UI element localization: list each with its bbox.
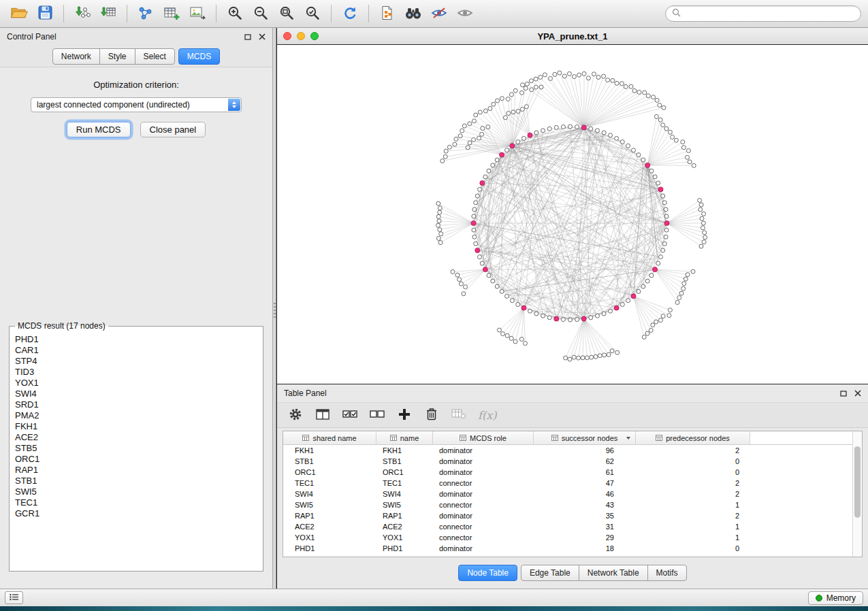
network-leaf-node[interactable] (492, 102, 496, 106)
table-cell[interactable]: dominator (433, 446, 534, 455)
import-network-button[interactable] (70, 3, 95, 24)
network-node[interactable] (662, 242, 666, 246)
table-cell[interactable]: PHD1 (283, 544, 376, 552)
network-node[interactable] (575, 125, 579, 129)
network-leaf-node[interactable] (451, 269, 455, 274)
hide-selected-button[interactable] (427, 3, 451, 24)
network-node[interactable] (664, 228, 669, 232)
network-leaf-node[interactable] (455, 273, 460, 277)
network-leaf-node[interactable] (667, 314, 671, 318)
network-node[interactable] (491, 163, 495, 167)
network-leaf-node[interactable] (654, 320, 658, 324)
network-leaf-node[interactable] (568, 357, 572, 361)
mcds-result-item[interactable]: CAR1 (15, 345, 257, 356)
network-leaf-node[interactable] (671, 135, 675, 139)
network-leaf-node[interactable] (645, 331, 649, 335)
network-leaf-node[interactable] (496, 99, 500, 103)
network-leaf-node[interactable] (692, 163, 696, 167)
network-node[interactable] (575, 318, 579, 322)
network-leaf-node[interactable] (615, 81, 619, 85)
network-node[interactable] (483, 175, 487, 179)
network-leaf-node[interactable] (534, 77, 538, 81)
network-leaf-node[interactable] (525, 82, 529, 86)
network-leaf-node[interactable] (558, 71, 562, 75)
mcds-result-item[interactable]: STB5 (15, 443, 257, 454)
show-all-button[interactable] (453, 3, 477, 24)
first-neighbors-button[interactable] (401, 3, 425, 24)
network-node[interactable] (541, 314, 545, 318)
network-node[interactable] (478, 187, 482, 191)
mcds-result-item[interactable]: SRD1 (15, 399, 257, 410)
float-panel-icon[interactable] (244, 34, 251, 40)
memory-button[interactable]: Memory (808, 591, 863, 605)
network-leaf-node[interactable] (607, 352, 611, 357)
network-node[interactable] (637, 153, 641, 157)
network-node[interactable] (547, 316, 551, 320)
network-leaf-node[interactable] (483, 109, 487, 113)
network-node[interactable] (516, 303, 520, 307)
table-cell[interactable]: ORC1 (376, 468, 433, 476)
network-leaf-node[interactable] (553, 72, 557, 76)
network-leaf-node[interactable] (436, 223, 440, 227)
network-node[interactable] (491, 279, 495, 283)
network-leaf-node[interactable] (572, 355, 576, 359)
network-node[interactable] (495, 158, 499, 162)
table-cell[interactable]: STB1 (376, 457, 433, 465)
network-leaf-node[interactable] (474, 113, 478, 117)
network-leaf-node[interactable] (468, 122, 472, 126)
select-all-button[interactable] (342, 406, 358, 424)
table-cell[interactable]: dominator (433, 490, 534, 498)
network-leaf-node[interactable] (590, 355, 594, 359)
network-leaf-node[interactable] (462, 292, 466, 296)
sort-descending-icon[interactable] (626, 437, 630, 440)
mcds-result-item[interactable]: PMA2 (15, 410, 257, 421)
network-node[interactable] (602, 312, 606, 316)
network-leaf-node[interactable] (586, 76, 590, 80)
network-node[interactable] (626, 144, 630, 148)
network-leaf-node[interactable] (594, 354, 598, 359)
network-leaf-node[interactable] (606, 78, 610, 82)
network-leaf-node[interactable] (513, 340, 517, 344)
network-leaf-node[interactable] (436, 201, 440, 205)
column-header-predecessor-nodes[interactable]: predecessor nodes (636, 431, 750, 444)
zoom-out-button[interactable] (248, 3, 273, 24)
table-cell[interactable]: 0 (636, 457, 750, 465)
network-node[interactable] (649, 169, 654, 173)
network-node[interactable] (541, 129, 545, 133)
network-hub-node[interactable] (581, 125, 586, 130)
network-node[interactable] (516, 140, 520, 144)
network-node[interactable] (500, 289, 504, 293)
zoom-in-button[interactable] (223, 3, 247, 24)
close-window-icon[interactable] (283, 32, 291, 40)
network-leaf-node[interactable] (686, 155, 690, 159)
network-leaf-node[interactable] (702, 212, 706, 216)
network-leaf-node[interactable] (481, 127, 485, 131)
network-node[interactable] (521, 136, 526, 140)
network-node[interactable] (596, 314, 600, 318)
table-cell[interactable]: FKH1 (283, 446, 376, 455)
network-leaf-node[interactable] (681, 140, 685, 144)
network-leaf-node[interactable] (637, 90, 641, 95)
network-leaf-node[interactable] (453, 142, 457, 146)
search-input[interactable] (685, 9, 854, 18)
network-leaf-node[interactable] (652, 95, 656, 99)
network-node[interactable] (641, 284, 645, 288)
float-panel-icon[interactable] (840, 391, 847, 397)
table-row[interactable]: TEC1TEC1connector472 (283, 478, 852, 489)
table-row[interactable]: PHD1PHD1dominator180 (283, 543, 852, 554)
network-leaf-node[interactable] (620, 82, 624, 86)
network-leaf-node[interactable] (679, 291, 684, 295)
network-leaf-node[interactable] (534, 85, 538, 89)
table-cell[interactable]: 43 (534, 501, 636, 509)
mcds-result-item[interactable]: STB1 (15, 476, 257, 486)
mcds-result-item[interactable]: RAP1 (15, 465, 257, 476)
table-cell[interactable]: FKH1 (376, 446, 433, 455)
table-cell[interactable]: YOX1 (283, 533, 376, 542)
run-mcds-button[interactable]: Run MCDS (67, 122, 131, 137)
table-cell[interactable]: RAP1 (376, 512, 433, 520)
minimize-window-icon[interactable] (297, 32, 305, 40)
table-cell[interactable]: YOX1 (376, 533, 433, 542)
network-leaf-node[interactable] (436, 214, 440, 218)
network-leaf-node[interactable] (577, 356, 581, 360)
network-leaf-node[interactable] (602, 353, 607, 357)
